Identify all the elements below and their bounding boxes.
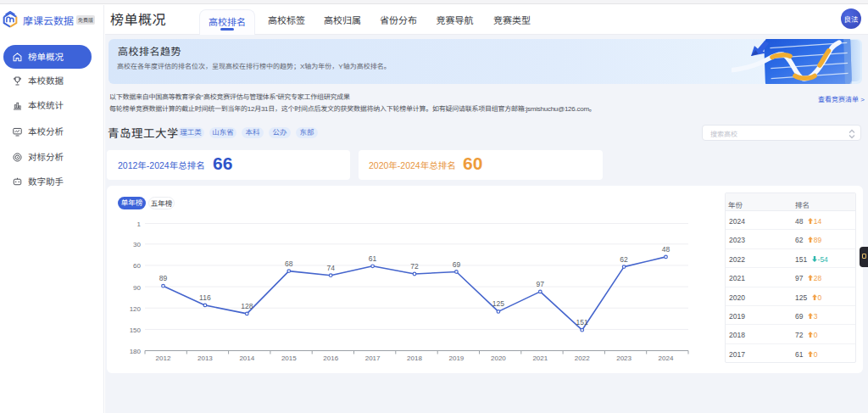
svg-text:125: 125 [492, 299, 504, 308]
svg-text:2014: 2014 [239, 354, 254, 362]
svg-text:2024: 2024 [659, 354, 674, 362]
svg-text:116: 116 [199, 293, 211, 302]
svg-text:128: 128 [241, 302, 253, 310]
svg-text:2012: 2012 [156, 354, 171, 362]
svg-text:2020: 2020 [491, 354, 506, 362]
svg-text:74: 74 [326, 264, 335, 272]
svg-text:120: 120 [130, 305, 142, 313]
svg-text:1: 1 [137, 220, 142, 228]
svg-text:90: 90 [133, 284, 141, 292]
svg-text:89: 89 [159, 274, 168, 282]
svg-text:2021: 2021 [532, 354, 548, 362]
svg-text:68: 68 [285, 260, 293, 268]
svg-text:48: 48 [662, 245, 670, 254]
svg-text:61: 61 [369, 254, 377, 263]
svg-text:2015: 2015 [281, 354, 297, 362]
svg-text:2017: 2017 [365, 354, 381, 362]
svg-text:150: 150 [130, 326, 142, 334]
svg-text:2022: 2022 [575, 354, 590, 362]
svg-text:2013: 2013 [198, 354, 213, 362]
svg-text:62: 62 [620, 255, 628, 264]
svg-text:72: 72 [410, 262, 419, 271]
svg-text:180: 180 [130, 348, 142, 355]
svg-text:69: 69 [453, 260, 461, 269]
svg-text:2019: 2019 [449, 354, 465, 362]
svg-text:2023: 2023 [616, 354, 632, 362]
svg-text:2016: 2016 [323, 354, 338, 362]
svg-text:30: 30 [133, 241, 141, 248]
svg-text:60: 60 [133, 262, 141, 270]
svg-text:97: 97 [537, 280, 545, 288]
svg-text:2018: 2018 [407, 354, 422, 362]
svg-text:151: 151 [576, 318, 588, 326]
